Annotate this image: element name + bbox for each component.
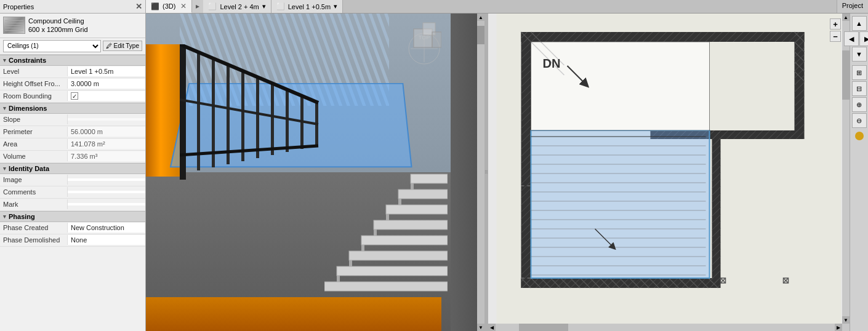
- prop-comments-value[interactable]: [68, 191, 145, 193]
- prop-phase-created-label: Phase Created: [0, 223, 68, 233]
- svg-rect-27: [386, 214, 389, 220]
- properties-close-button[interactable]: ✕: [135, 2, 142, 11]
- plan-scrollbar-h[interactable]: ◀ ▶: [488, 324, 842, 331]
- prop-level-value[interactable]: Level 1 +0.5m: [68, 66, 145, 76]
- tab-plan-level1-icon: ⬜: [276, 2, 285, 10]
- prop-perimeter-label: Perimeter: [0, 127, 68, 137]
- nav-left-button[interactable]: ◀: [844, 31, 859, 46]
- prop-comments-row: Comments: [0, 186, 145, 199]
- section-constraints-label: Constraints: [9, 57, 46, 64]
- section-identity-data-label: Identity Data: [9, 165, 49, 172]
- prop-volume-row: Volume 7.336 m³: [0, 151, 145, 163]
- type-dropdown[interactable]: Ceilings (1): [3, 40, 101, 52]
- svg-rect-16: [337, 266, 448, 276]
- svg-rect-7: [256, 78, 259, 158]
- viewcube[interactable]: [411, 20, 441, 52]
- section-phasing-header[interactable]: ▾ Phasing: [0, 211, 145, 222]
- svg-rect-24: [349, 260, 352, 266]
- railing-svg: [180, 44, 377, 186]
- nav-up-button[interactable]: ▲: [852, 16, 867, 31]
- section-dimensions-header[interactable]: ▾ Dimensions: [0, 103, 145, 114]
- prop-area-label: Area: [0, 139, 68, 149]
- prop-room-bounding-label: Room Bounding: [0, 91, 68, 101]
- 3d-scroll-up-button[interactable]: ▲: [477, 14, 484, 21]
- zoom-region-button[interactable]: ⊕: [852, 97, 867, 112]
- prop-slope-label: Slope: [0, 114, 68, 124]
- section-constraints-header[interactable]: ▾ Constraints: [0, 55, 145, 66]
- plan-scroll-left-button[interactable]: ◀: [488, 324, 496, 331]
- svg-rect-2: [180, 44, 184, 177]
- svg-rect-50: [712, 130, 721, 288]
- right-tool-section: ⊞ ⊟ ⊕ ⊖: [852, 65, 867, 128]
- prop-room-bounding-row: Room Bounding ✓: [0, 90, 145, 103]
- prop-volume-label: Volume: [0, 151, 68, 161]
- viewports-container: TOP ▲ ▼ ⠿: [146, 14, 868, 331]
- prop-room-bounding-value[interactable]: ✓: [68, 91, 145, 101]
- svg-rect-36: [432, 32, 441, 47]
- window-frame-bottom: [146, 297, 441, 331]
- edit-type-button[interactable]: 🖉 Edit Type: [103, 41, 142, 51]
- tab-3d[interactable]: ⬛ (3D) ✕: [146, 0, 192, 13]
- prop-phase-created-value[interactable]: New Construction: [68, 223, 145, 233]
- prop-phase-demolished-label: Phase Demolished: [0, 235, 68, 245]
- prop-height-offset-value[interactable]: 3.0000 m: [68, 79, 145, 89]
- nav-right-button[interactable]: ▶: [859, 31, 868, 46]
- viewport-plan[interactable]: DN: [488, 14, 850, 331]
- plan-scroll-down-button[interactable]: ▼: [842, 316, 850, 324]
- 3d-scroll-thumb[interactable]: [477, 26, 484, 44]
- svg-rect-26: [374, 229, 377, 236]
- svg-line-13: [180, 146, 318, 155]
- 3d-scrollbar-v[interactable]: ▲ ▼: [477, 14, 484, 331]
- properties-content: ▾ Constraints Level Level 1 +0.5m Height…: [0, 55, 145, 331]
- tab-plan-level1[interactable]: ⬜ Level 1 +0.5m ▾: [271, 0, 343, 13]
- room-bounding-checkbox[interactable]: ✓: [71, 92, 78, 100]
- svg-text:DN: DN: [543, 57, 561, 70]
- prop-mark-row: Mark: [0, 199, 145, 211]
- phasing-arrow-icon: ▾: [3, 213, 6, 220]
- prop-mark-value[interactable]: [68, 203, 145, 205]
- prop-phase-created-row: Phase Created New Construction: [0, 222, 145, 234]
- tab-plan-level2[interactable]: ⬜ Level 2 + 4m ▾: [203, 0, 271, 13]
- identity-data-arrow-icon: ▾: [3, 166, 6, 172]
- zoom-extents-button[interactable]: ⊞: [852, 65, 867, 80]
- prop-area-value: 141.078 m²: [68, 139, 145, 149]
- plan-hscroll-thumb[interactable]: [519, 324, 568, 331]
- zoom-in-button[interactable]: +: [830, 18, 841, 30]
- tab-3d-close-button[interactable]: ✕: [180, 2, 187, 10]
- svg-rect-18: [361, 236, 448, 245]
- tab-plan-level1-label: Level 1 +0.5m: [288, 3, 331, 10]
- tab-plan-level2-dropdown[interactable]: ▾: [262, 2, 266, 10]
- svg-rect-21: [398, 189, 448, 199]
- svg-rect-8: [271, 84, 274, 155]
- tab-3d-label: (3D): [163, 2, 175, 10]
- edit-type-icon: 🖉: [106, 42, 112, 49]
- zoom-out-button[interactable]: −: [830, 31, 841, 42]
- nav-horizontal: ◀ ▶: [844, 31, 868, 46]
- tab-plan-level1-dropdown[interactable]: ▾: [334, 2, 337, 10]
- status-indicator: [855, 132, 864, 140]
- svg-rect-29: [411, 183, 414, 189]
- plan-scroll-right-button[interactable]: ▶: [835, 324, 842, 331]
- pan-button[interactable]: ⊖: [852, 113, 867, 128]
- zoom-fit-button[interactable]: ⊟: [852, 81, 867, 96]
- svg-rect-47: [521, 278, 718, 288]
- section-identity-data-header[interactable]: ▾ Identity Data: [0, 163, 145, 174]
- project-tab[interactable]: Project: [837, 0, 868, 13]
- prop-image-value[interactable]: [68, 178, 145, 181]
- prop-phase-demolished-value[interactable]: None: [68, 235, 145, 245]
- 3d-scroll-down-button[interactable]: ▼: [477, 324, 484, 331]
- svg-rect-46: [521, 32, 531, 288]
- svg-line-12: [180, 44, 318, 103]
- prop-image-row: Image: [0, 174, 145, 186]
- element-name: Compound Ceiling 600 x 1200mm Grid: [28, 17, 88, 34]
- tab-plan-level2-icon: ⬜: [208, 2, 217, 10]
- prop-height-offset-label: Height Offset Fro...: [0, 79, 68, 89]
- floor-plan-svg: DN: [488, 14, 850, 331]
- properties-titlebar: Properties ✕: [0, 0, 145, 14]
- dimensions-arrow-icon: ▾: [3, 105, 6, 111]
- nav-down-button[interactable]: ▼: [852, 47, 867, 62]
- svg-rect-17: [349, 251, 448, 260]
- svg-rect-25: [361, 245, 364, 251]
- viewport-3d[interactable]: TOP ▲ ▼: [146, 14, 484, 331]
- element-preview: Compound Ceiling 600 x 1200mm Grid: [0, 14, 145, 38]
